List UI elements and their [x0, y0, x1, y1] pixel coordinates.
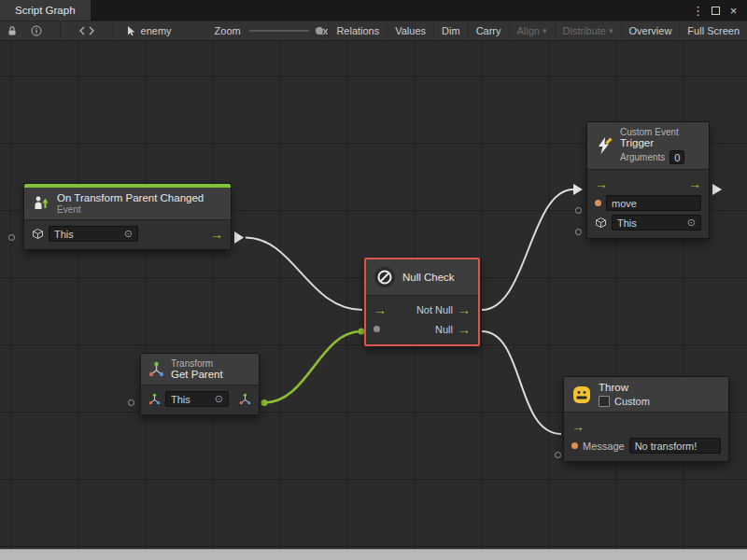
custom-event-bolt-icon	[595, 136, 613, 155]
string-input-port-icon[interactable]	[595, 200, 601, 206]
info-icon[interactable]	[24, 21, 49, 40]
pointer-cursor-icon	[125, 25, 136, 36]
script-graph-window: Script Graph ⋮ × enemy Zoom 1x	[0, 0, 747, 560]
wire-getparent-to-nullcheck[interactable]	[264, 331, 361, 403]
carry-button[interactable]: Carry	[468, 21, 509, 40]
overview-button[interactable]: Overview	[621, 21, 680, 40]
this-object-field[interactable]: This ⊙	[165, 391, 229, 407]
null-check-icon	[374, 266, 396, 288]
message-field[interactable]: No transform!	[629, 438, 721, 454]
input-port-circle[interactable]	[575, 229, 582, 235]
graph-canvas[interactable]: On Transform Parent Changed Event This ⊙…	[0, 41, 747, 560]
node-title: On Transform Parent Changed	[57, 192, 204, 203]
flow-arrowhead-icon	[234, 231, 244, 244]
node-title: Get Parent	[171, 369, 223, 380]
port-row: → Not Null →	[372, 300, 472, 319]
this-object-field[interactable]: This ⊙	[612, 215, 701, 231]
port-row: This ⊙	[593, 213, 703, 232]
event-name-field[interactable]: move	[606, 195, 701, 211]
gameobject-cube-icon	[595, 217, 607, 229]
node-on-transform-parent-changed[interactable]: On Transform Parent Changed Event This ⊙…	[23, 183, 232, 250]
port-row: move	[593, 193, 703, 213]
node-custom-event-trigger[interactable]: Custom Event Trigger Arguments 0 → →	[586, 121, 710, 239]
tab-script-graph[interactable]: Script Graph	[0, 0, 91, 21]
this-object-field[interactable]: This ⊙	[49, 226, 138, 242]
tab-label: Script Graph	[15, 5, 76, 16]
zoom-slider-knob[interactable]	[316, 27, 323, 35]
node-header: Custom Event Trigger Arguments 0	[587, 122, 709, 170]
object-picker-icon[interactable]: ⊙	[687, 217, 696, 228]
custom-checkbox[interactable]	[599, 396, 610, 407]
port-row: This ⊙	[147, 389, 253, 409]
values-button[interactable]: Values	[387, 21, 433, 40]
maximize-icon[interactable]	[708, 3, 724, 19]
zoom-slider[interactable]	[249, 30, 309, 32]
distribute-button[interactable]: Distribute▾	[555, 21, 621, 40]
node-body: → Not Null → Null →	[366, 296, 478, 344]
lock-icon[interactable]	[0, 21, 24, 40]
flow-row: →	[570, 416, 723, 436]
node-title: Null Check	[402, 272, 455, 283]
string-input-port-icon[interactable]	[571, 442, 578, 449]
flow-output-port-icon[interactable]: →	[210, 228, 223, 241]
node-header: Transform Get Parent	[141, 354, 259, 385]
flow-input-port-icon[interactable]: →	[571, 420, 585, 433]
node-header-text: Transform Get Parent	[171, 358, 223, 380]
node-null-check[interactable]: Null Check → Not Null → Null →	[364, 258, 480, 346]
relations-button[interactable]: Relations	[328, 21, 387, 40]
toolbar-buttons: Relations Values Dim Carry Align▾ Distri…	[328, 21, 747, 40]
wire-notnull-to-customevent[interactable]	[482, 189, 573, 310]
input-port-circle[interactable]	[8, 234, 15, 241]
output-label: Not Null	[416, 304, 453, 315]
flow-input-port-icon[interactable]: →	[595, 177, 608, 190]
input-port-circle[interactable]	[575, 207, 582, 214]
arguments-row: Arguments 0	[620, 150, 684, 164]
object-picker-icon[interactable]: ⊙	[215, 394, 223, 404]
graph-toolbar: enemy Zoom 1x Relations Values Dim Carry…	[0, 21, 747, 41]
port-row: Null →	[372, 319, 472, 339]
arguments-label: Arguments	[620, 152, 665, 162]
window-bottom-edge	[0, 549, 747, 560]
custom-toggle-row: Custom	[599, 396, 650, 407]
value-input-port-icon[interactable]	[374, 326, 380, 332]
flow-output-port-icon[interactable]: →	[458, 323, 471, 336]
wire-null-to-throw[interactable]	[482, 331, 561, 434]
node-category: Custom Event	[620, 127, 684, 137]
chevron-down-icon: ▾	[609, 26, 613, 35]
node-subtitle: Event	[57, 204, 204, 215]
flow-output-port-icon[interactable]: →	[688, 177, 701, 190]
flow-row: → →	[593, 174, 703, 193]
port-row: This ⊙ →	[30, 224, 225, 244]
gameobject-cube-icon	[32, 228, 44, 240]
node-throw[interactable]: Throw Custom → Message No transform!	[563, 376, 729, 462]
flow-input-port-icon[interactable]: →	[374, 303, 387, 316]
code-icon[interactable]	[61, 21, 113, 40]
transform-output-port-icon[interactable]	[239, 393, 251, 405]
node-body: This ⊙ →	[24, 220, 231, 249]
node-header-text: Throw Custom	[599, 382, 650, 407]
full-screen-button[interactable]: Full Screen	[679, 21, 747, 40]
input-port-circle[interactable]	[128, 399, 134, 406]
port-row: Message No transform!	[570, 436, 723, 455]
node-get-parent[interactable]: Transform Get Parent This ⊙	[140, 353, 260, 415]
more-menu-icon[interactable]: ⋮	[690, 3, 706, 19]
flow-arrowhead-icon	[712, 184, 722, 195]
graph-name-label: enemy	[141, 25, 172, 36]
dim-button[interactable]: Dim	[433, 21, 468, 40]
close-icon[interactable]: ×	[726, 3, 741, 19]
tab-bar: Script Graph ⋮ ×	[0, 0, 747, 21]
flow-output-port-icon[interactable]: →	[458, 303, 471, 316]
align-button[interactable]: Align▾	[509, 21, 555, 40]
node-header: Throw Custom	[564, 377, 728, 413]
transform-parent-changed-icon	[32, 194, 50, 213]
wire-event-to-nullcheck[interactable]	[246, 238, 362, 311]
node-header: Null Check	[366, 259, 478, 296]
input-port-circle[interactable]	[555, 452, 561, 458]
throw-exception-icon	[571, 385, 592, 405]
node-title: Trigger	[620, 137, 684, 148]
object-picker-icon[interactable]: ⊙	[124, 229, 133, 239]
arguments-count-field[interactable]: 0	[669, 150, 684, 164]
node-body: This ⊙	[141, 385, 259, 414]
graph-name-block[interactable]: enemy	[114, 21, 183, 40]
node-header-text: On Transform Parent Changed Event	[57, 192, 204, 215]
